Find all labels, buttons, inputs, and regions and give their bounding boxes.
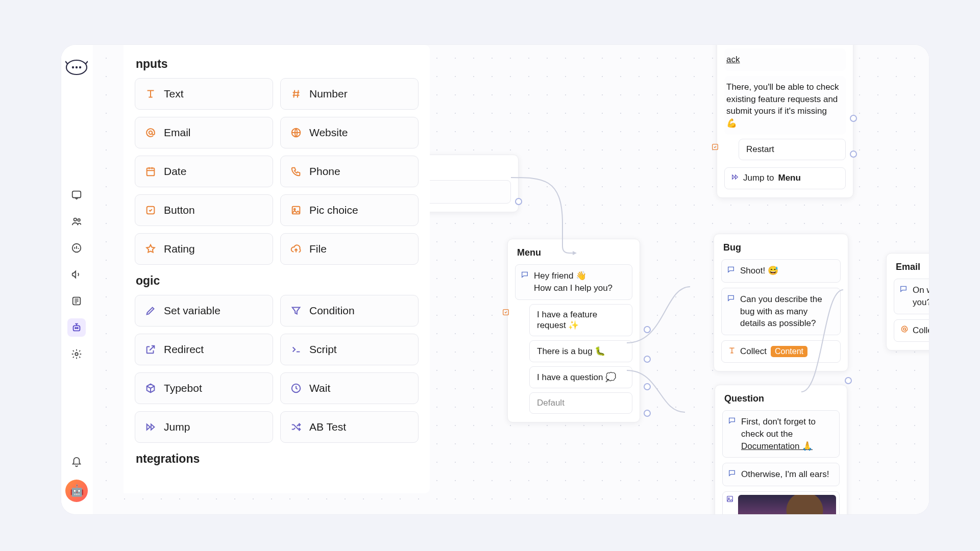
external-icon — [143, 344, 158, 355]
forward-icon — [143, 421, 158, 433]
section-title-logic: ogic — [136, 274, 419, 288]
message-icon — [727, 265, 735, 277]
sidebar-item-chat[interactable] — [67, 186, 86, 204]
sidebar-item-chart[interactable] — [67, 239, 86, 257]
section-title-inputs: nputs — [136, 57, 419, 71]
sidebar-item-folder[interactable] — [67, 292, 86, 310]
port-out[interactable] — [850, 115, 857, 122]
question-line1: First, don't forget to check out the Doc… — [722, 410, 840, 458]
restart-button[interactable]: Restart — [739, 139, 846, 160]
menu-option[interactable]: I have a feature request ✨ — [529, 304, 632, 336]
sidebar-item-bell[interactable] — [67, 453, 86, 471]
block-website[interactable]: Website — [280, 117, 419, 148]
sidebar-item-megaphone[interactable] — [67, 265, 86, 284]
block-button[interactable]: Button — [135, 194, 273, 226]
bug-collect[interactable]: Collect Content — [721, 340, 841, 363]
block-rating[interactable]: Rating — [135, 233, 273, 265]
bug-line2: Can you describe the bug with as many de… — [721, 288, 841, 335]
sidebar-item-gear[interactable] — [67, 345, 86, 363]
globe-icon — [289, 127, 303, 138]
message-icon — [899, 284, 908, 296]
block-condition[interactable]: Condition — [280, 295, 419, 327]
sidebar-item-robot[interactable] — [67, 318, 86, 337]
block-number[interactable]: Number — [280, 78, 419, 110]
menu-option[interactable]: There is a bug 🐛 — [529, 340, 632, 362]
menu-option-default[interactable]: Default — [529, 392, 632, 414]
port-out[interactable] — [644, 410, 651, 417]
app-frame: nputs Text Number Email Website Date Pho… — [61, 45, 929, 514]
block-set-variable[interactable]: Set variable — [135, 295, 273, 327]
message-icon — [521, 270, 529, 282]
check-icon — [502, 308, 510, 318]
block-date[interactable]: Date — [135, 156, 273, 187]
port-out[interactable] — [845, 377, 852, 384]
svg-rect-18 — [292, 207, 300, 214]
flow-node-menu[interactable]: Menu Hey friend 👋 How can I help you? I … — [507, 239, 640, 422]
svg-point-3 — [79, 66, 81, 68]
image-icon — [289, 205, 303, 216]
port-out[interactable] — [644, 383, 651, 390]
port-out[interactable] — [850, 151, 857, 158]
flow-node-email[interactable]: Email On which ema you? Collect Email — [886, 253, 929, 350]
port-out[interactable] — [644, 326, 651, 333]
text-icon — [728, 346, 736, 357]
blocks-palette: nputs Text Number Email Website Date Pho… — [124, 45, 430, 493]
forward-icon — [731, 173, 739, 184]
gif-placeholder — [738, 495, 836, 514]
feature-body: There, you'll be able to check existing … — [724, 76, 846, 135]
svg-point-1 — [72, 66, 74, 68]
pencil-icon — [143, 305, 158, 316]
block-script[interactable]: Script — [280, 334, 419, 365]
svg-point-10 — [75, 328, 76, 329]
node-title: Email — [894, 261, 929, 273]
logic-grid: Set variable Condition Redirect Script T… — [135, 295, 419, 443]
block-ab-test[interactable]: AB Test — [280, 411, 419, 443]
filter-icon — [289, 305, 303, 316]
avatar[interactable] — [65, 480, 88, 502]
flow-canvas[interactable]: nputs Text Number Email Website Date Pho… — [93, 45, 929, 514]
svg-point-6 — [78, 219, 80, 221]
sidebar — [61, 45, 92, 514]
port-out[interactable] — [644, 356, 651, 363]
message-icon — [728, 416, 736, 428]
flow-node-feature-tail[interactable]: ack There, you'll be able to check exist… — [717, 45, 853, 198]
feature-link[interactable]: ack — [724, 48, 846, 71]
block-wait[interactable]: Wait — [280, 372, 419, 404]
sidebar-item-group[interactable] — [67, 212, 86, 231]
button-icon — [143, 205, 158, 216]
flow-node-bug[interactable]: Bug Shoot! 😅 Can you describe the bug wi… — [714, 234, 848, 371]
star-icon — [143, 243, 158, 255]
menu-option[interactable]: I have a question 💭 — [529, 366, 632, 388]
svg-rect-16 — [147, 168, 155, 176]
cube-icon — [143, 383, 158, 394]
upload-icon — [289, 243, 303, 255]
at-icon — [900, 325, 909, 336]
message-icon — [728, 468, 736, 481]
inputs-grid: Text Number Email Website Date Phone But… — [135, 78, 419, 265]
bug-line1: Shoot! 😅 — [721, 259, 841, 283]
block-file[interactable]: File — [280, 233, 419, 265]
block-phone[interactable]: Phone — [280, 156, 419, 187]
svg-point-24 — [728, 498, 729, 499]
svg-point-12 — [75, 353, 78, 356]
node-title: Menu — [515, 246, 632, 259]
at-icon — [143, 127, 158, 138]
svg-point-2 — [76, 66, 78, 68]
block-redirect[interactable]: Redirect — [135, 334, 273, 365]
block-jump[interactable]: Jump — [135, 411, 273, 443]
jump-row[interactable]: Jump to Menu — [724, 167, 846, 189]
flow-node-question[interactable]: Question First, don't forget to check ou… — [715, 385, 847, 514]
section-title-integrations: ntegrations — [136, 452, 419, 466]
block-typebot[interactable]: Typebot — [135, 372, 273, 404]
port-out[interactable] — [515, 198, 522, 205]
logo — [65, 56, 88, 79]
svg-rect-23 — [727, 496, 733, 502]
check-icon — [711, 143, 719, 153]
block-text[interactable]: Text — [135, 78, 273, 110]
calendar-icon — [143, 166, 158, 177]
question-gif — [722, 491, 840, 514]
block-pic-choice[interactable]: Pic choice — [280, 194, 419, 226]
svg-point-5 — [74, 218, 77, 221]
block-email[interactable]: Email — [135, 117, 273, 148]
email-collect[interactable]: Collect Email — [894, 319, 929, 342]
